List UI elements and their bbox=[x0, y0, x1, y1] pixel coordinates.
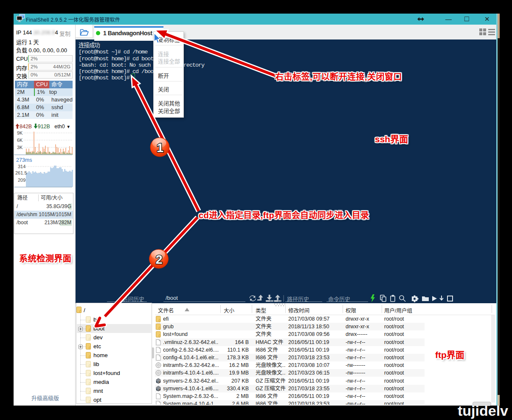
svg-text:9K: 9K bbox=[17, 130, 23, 135]
svg-text:GZ: GZ bbox=[157, 389, 160, 391]
svg-text:209: 209 bbox=[18, 178, 25, 183]
svg-text:314: 314 bbox=[18, 164, 25, 169]
svg-text:3K: 3K bbox=[17, 145, 23, 150]
svg-text:6K: 6K bbox=[17, 138, 23, 143]
svg-text:261.5: 261.5 bbox=[15, 170, 27, 175]
svg-text:GZ: GZ bbox=[157, 381, 160, 383]
